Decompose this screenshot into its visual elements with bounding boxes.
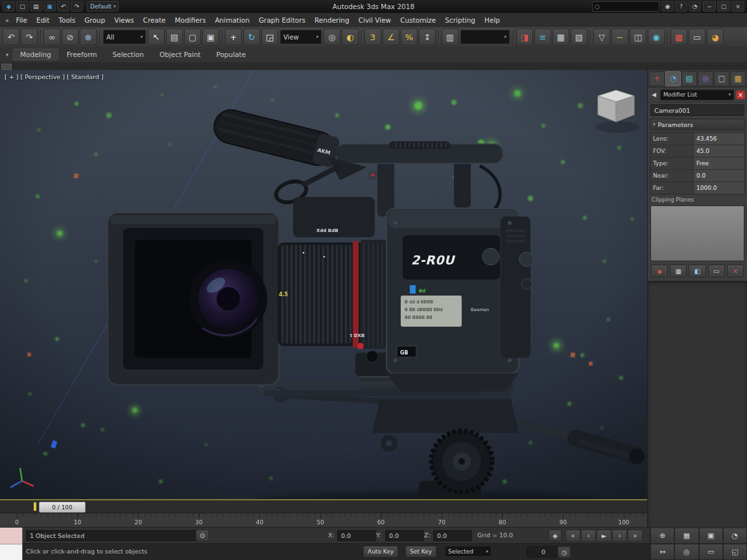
ribbon-tab-modeling[interactable]: Modeling — [13, 49, 58, 60]
menu-customize[interactable]: Customize — [396, 13, 440, 27]
toggle-ribbon-icon[interactable]: ▽ — [593, 29, 610, 45]
material-editor-icon[interactable]: ◉ — [648, 29, 665, 45]
search-input[interactable] — [601, 3, 654, 10]
menu-edit[interactable]: Edit — [32, 13, 54, 27]
tab-motion[interactable]: ◎ — [698, 71, 713, 86]
align-icon[interactable]: ≡ — [534, 29, 551, 45]
named-selection-sets-dropdown[interactable]: ▾ — [460, 30, 510, 44]
selection-filter-dropdown[interactable]: All▾ — [103, 30, 146, 44]
tab-display[interactable]: ▢ — [714, 71, 729, 86]
play-animation-icon[interactable]: ► — [597, 530, 611, 542]
minimize-button[interactable]: − — [703, 1, 716, 12]
workspace-dropdown[interactable]: Default ▾ — [87, 1, 119, 12]
field-of-view-icon[interactable]: ◔ — [723, 528, 747, 544]
zoom-extents-icon[interactable]: ▣ — [699, 528, 723, 544]
param-value-field[interactable]: 0.0 — [694, 170, 744, 181]
menu-group[interactable]: Group — [80, 13, 110, 27]
menu-create[interactable]: Create — [139, 13, 171, 27]
configure-modifier-sets-icon[interactable]: × — [727, 264, 744, 277]
schematic-view-icon[interactable]: ◫ — [630, 29, 646, 45]
maxscript-mini-listener[interactable] — [0, 528, 23, 560]
key-mode-toggle-icon[interactable]: ◈ — [549, 530, 562, 541]
time-slider-track[interactable]: 0 / 100 — [0, 500, 647, 513]
edit-named-selection-sets-icon[interactable]: ▥ — [442, 29, 458, 45]
menu-animation[interactable]: Animation — [210, 13, 254, 27]
set-key-button[interactable]: Set Key — [405, 546, 436, 557]
remove-modifier-icon[interactable]: ▭ — [708, 264, 725, 277]
restore-button[interactable]: ▢ — [717, 1, 730, 12]
save-file-icon[interactable]: ▣ — [43, 1, 56, 12]
select-and-rotate-icon[interactable]: ↻ — [243, 29, 260, 45]
curve-editor-icon[interactable]: ~ — [611, 29, 628, 45]
reference-coordinate-system-dropdown[interactable]: View▾ — [280, 30, 322, 44]
toggle-layer-explorer-icon[interactable]: ▧ — [571, 29, 587, 45]
close-button[interactable]: × — [731, 1, 744, 12]
pin-stack-icon[interactable]: ▪ — [651, 264, 668, 277]
next-frame-icon[interactable]: › — [612, 530, 627, 542]
use-pivot-point-center-icon[interactable]: ◎ — [324, 29, 340, 45]
param-value-field[interactable]: 1000.0 — [694, 182, 744, 194]
menu-scripting[interactable]: Scripting — [440, 13, 480, 27]
viewport-layout-tab[interactable] — [1, 64, 12, 70]
ribbon-tab-populate[interactable]: Populate — [209, 49, 253, 60]
object-name-field[interactable]: Camera001 — [650, 104, 744, 116]
select-by-name-icon[interactable]: ▤ — [166, 29, 183, 45]
render-setup-icon[interactable]: ▩ — [670, 29, 687, 45]
make-unique-icon[interactable]: ◧ — [689, 264, 706, 277]
time-configuration-icon[interactable]: ◷ — [558, 546, 571, 558]
param-value-field[interactable]: Free — [694, 158, 744, 169]
maximize-viewport-toggle-icon[interactable]: ◱ — [723, 544, 747, 560]
menu-help[interactable]: Help — [480, 13, 504, 27]
listener-script-pane[interactable] — [0, 544, 22, 560]
orbit-icon[interactable]: ◎ — [674, 544, 698, 560]
viewport-canvas[interactable]: AKM Xdd BdB — [0, 70, 647, 499]
selected-filter-dropdown[interactable]: Selected ▾ — [445, 546, 492, 557]
panel-close-icon[interactable]: × — [736, 91, 745, 99]
show-end-result-icon[interactable]: ▦ — [670, 264, 687, 277]
bind-to-space-warp-icon[interactable]: ⊗ — [80, 29, 97, 45]
render-production-icon[interactable]: ◕ — [707, 29, 724, 45]
unlink-selection-icon[interactable]: ⊘ — [62, 29, 78, 45]
help-icon[interactable]: ? — [675, 1, 687, 12]
select-and-move-icon[interactable]: + — [225, 29, 242, 45]
zoom-icon[interactable]: ⊕ — [650, 528, 674, 544]
viewport-label[interactable]: [ + ] [ Perspective ] [ Standard ] — [5, 73, 104, 80]
view-cube[interactable] — [595, 90, 639, 133]
track-bar[interactable]: 0102030405060708090100 — [0, 513, 647, 528]
modifier-list-dropdown[interactable]: Modifier List ▾ — [660, 89, 734, 100]
current-frame-field[interactable]: 0 — [527, 546, 560, 557]
menu-file[interactable]: File — [11, 13, 32, 27]
pan-view-icon[interactable]: ↔ — [650, 544, 674, 560]
undo-icon[interactable]: ↶ — [3, 29, 19, 45]
menu-rendering[interactable]: Rendering — [310, 13, 354, 27]
open-file-icon[interactable]: ▤ — [30, 1, 42, 12]
x-coordinate-field[interactable]: 0.0 — [337, 530, 376, 541]
param-value-field[interactable]: 43.456 — [694, 133, 744, 145]
listener-macro-pane[interactable] — [0, 528, 22, 544]
menu-tools[interactable]: Tools — [54, 13, 80, 27]
auto-key-button[interactable]: Auto Key — [363, 546, 398, 557]
time-slider-handle[interactable]: 0 / 100 — [39, 502, 86, 513]
ribbon-config-icon[interactable]: ▾ — [3, 52, 12, 58]
tab-modify[interactable]: ◔ — [665, 71, 681, 86]
sign-in-icon[interactable]: ◉ — [661, 1, 674, 12]
application-menu-icon[interactable]: ◆ — [3, 1, 15, 12]
toggle-scene-explorer-icon[interactable]: ▦ — [552, 29, 569, 45]
spinner-snap-toggle-icon[interactable]: ↕ — [419, 29, 436, 45]
go-to-end-icon[interactable]: » — [628, 530, 643, 542]
tab-hierarchy[interactable]: ▤ — [682, 71, 697, 86]
tab-utilities[interactable]: ▦ — [730, 71, 746, 86]
angle-snap-toggle-icon[interactable]: ∠ — [383, 29, 399, 45]
menu-graph-editors[interactable]: Graph Editors — [254, 13, 310, 27]
menu-views[interactable]: Views — [110, 13, 138, 27]
rectangular-selection-region-icon[interactable]: ▢ — [184, 29, 201, 45]
select-and-link-icon[interactable]: ∞ — [43, 29, 60, 45]
redo-icon[interactable]: ↷ — [21, 29, 38, 45]
go-to-start-icon[interactable]: « — [565, 530, 580, 542]
param-value-field[interactable]: 45.0 — [694, 145, 744, 157]
select-object-icon[interactable]: ↖ — [148, 29, 165, 45]
menu-modifiers[interactable]: Modifiers — [170, 13, 210, 27]
rollout-header-parameters[interactable]: ▾ Parameters — [650, 119, 745, 130]
z-coordinate-field[interactable]: 0.0 — [433, 530, 472, 541]
modifier-stack[interactable] — [650, 205, 744, 261]
